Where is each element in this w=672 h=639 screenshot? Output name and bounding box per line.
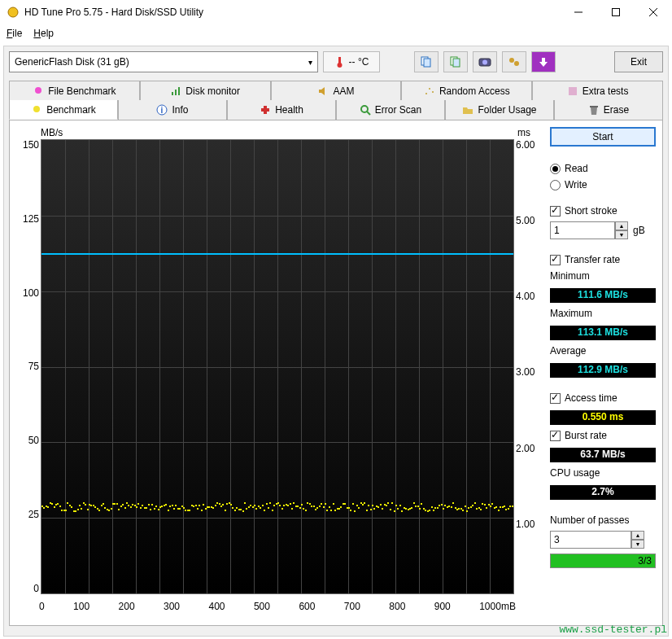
tick: 125 <box>16 213 39 225</box>
svg-point-12 <box>482 60 487 65</box>
write-radio[interactable]: Write <box>550 179 656 190</box>
burst-rate-value: 63.7 MB/s <box>550 448 656 462</box>
tick: 150 <box>16 139 39 151</box>
tab-info[interactable]: iInfo <box>118 100 227 120</box>
short-stroke-input[interactable] <box>550 221 615 239</box>
average-label: Average <box>550 345 656 357</box>
tick: 100 <box>16 287 39 299</box>
check-icon <box>550 255 561 265</box>
scatter-icon <box>424 85 435 97</box>
spin-down-button[interactable]: ▼ <box>615 230 628 239</box>
tick: 50 <box>16 435 39 446</box>
read-radio[interactable]: Read <box>550 163 656 174</box>
tab-file-benchmark[interactable]: File Benchmark <box>9 81 140 100</box>
transfer-rate-checkbox[interactable]: Transfer rate <box>550 254 656 265</box>
search-icon <box>360 104 371 116</box>
tab-label: Random Access <box>439 85 510 97</box>
toolbar: GenericFlash Disk (31 gB) ▾ -- °C Exit <box>9 51 663 72</box>
device-select[interactable]: GenericFlash Disk (31 gB) ▾ <box>9 51 318 72</box>
spin-up-button[interactable]: ▲ <box>631 531 644 540</box>
window-title: HD Tune Pro 5.75 - Hard Disk/SSD Utility <box>24 7 203 18</box>
tick: 800 <box>389 601 405 612</box>
y-axis-left-ticks: 150 125 100 75 50 25 0 <box>16 139 39 594</box>
access-time-checkbox[interactable]: Access time <box>550 392 656 404</box>
minimize-tray-button[interactable] <box>531 51 556 72</box>
spin-up-button[interactable]: ▲ <box>615 221 628 230</box>
svg-rect-2 <box>613 9 620 16</box>
tab-folder-usage[interactable]: Folder Usage <box>445 100 554 120</box>
start-button[interactable]: Start <box>550 127 656 147</box>
temperature-box: -- °C <box>323 51 380 72</box>
bulb-icon <box>33 85 44 97</box>
minimum-label: Minimum <box>550 270 656 282</box>
svg-rect-16 <box>172 92 173 95</box>
y-axis-left-label: MB/s <box>41 127 63 138</box>
menu-help[interactable]: Help <box>33 28 54 39</box>
svg-rect-5 <box>338 57 341 63</box>
svg-point-19 <box>425 93 427 94</box>
menu-file[interactable]: File <box>7 28 22 39</box>
tick: 0 <box>39 601 45 612</box>
svg-point-15 <box>35 87 41 94</box>
save-screenshot-button[interactable] <box>473 51 497 72</box>
copy-info-button[interactable] <box>414 51 439 72</box>
options-button[interactable] <box>502 51 526 72</box>
svg-rect-18 <box>178 87 180 95</box>
tick: 5.00 <box>516 215 540 226</box>
tab-label: Folder Usage <box>478 104 536 116</box>
tab-extra-tests[interactable]: Extra tests <box>532 81 663 100</box>
transfer-rate-label: Transfer rate <box>565 254 620 265</box>
tab-disk-monitor[interactable]: Disk monitor <box>140 81 271 100</box>
title-bar: HD Tune Pro 5.75 - Hard Disk/SSD Utility <box>0 0 672 24</box>
tab-erase[interactable]: Erase <box>554 100 663 120</box>
passes-input[interactable] <box>550 531 631 549</box>
health-icon <box>260 104 271 116</box>
close-button[interactable] <box>635 0 672 24</box>
radio-icon <box>550 164 561 174</box>
tab-benchmark[interactable]: Benchmark <box>9 100 118 120</box>
info-icon: i <box>156 104 168 116</box>
svg-text:i: i <box>161 106 164 115</box>
tick: 4.00 <box>516 291 540 302</box>
svg-rect-17 <box>175 90 177 95</box>
tick: 25 <box>16 509 39 520</box>
main-panel: GenericFlash Disk (31 gB) ▾ -- °C Exit F… <box>3 46 669 637</box>
exit-button[interactable]: Exit <box>614 51 663 72</box>
short-stroke-checkbox[interactable]: Short stroke <box>550 205 656 217</box>
tab-aam[interactable]: AAM <box>271 81 402 100</box>
svg-point-23 <box>33 106 40 112</box>
maximum-label: Maximum <box>550 308 656 319</box>
burst-rate-checkbox[interactable]: Burst rate <box>550 430 656 441</box>
passes-spinner: ▲▼ <box>550 531 656 549</box>
svg-point-0 <box>8 7 18 17</box>
app-icon <box>7 6 20 19</box>
minimize-button[interactable] <box>560 0 597 24</box>
tab-label: AAM <box>333 85 354 97</box>
tests-icon <box>567 85 578 97</box>
chart-icon <box>170 85 181 97</box>
tick: 200 <box>119 601 135 612</box>
chevron-down-icon: ▾ <box>308 58 312 67</box>
cpu-usage-value: 2.7% <box>550 485 656 500</box>
access-time-scatter <box>41 496 513 512</box>
tab-error-scan[interactable]: Error Scan <box>336 100 445 120</box>
tick: 1.00 <box>516 519 540 530</box>
copy-screenshot-button[interactable] <box>443 51 468 72</box>
spin-down-button[interactable]: ▼ <box>631 540 644 549</box>
maximize-button[interactable] <box>597 0 635 24</box>
svg-rect-10 <box>453 59 460 67</box>
plot-area <box>41 139 514 594</box>
read-label: Read <box>565 163 588 174</box>
tab-row-primary: Benchmark iInfo Health Error Scan Folder… <box>9 100 663 120</box>
menu-bar: File Help <box>0 24 672 42</box>
temperature-value: -- °C <box>349 56 369 68</box>
burst-rate-label: Burst rate <box>565 430 607 441</box>
svg-point-20 <box>429 88 430 90</box>
write-label: Write <box>565 179 587 190</box>
svg-rect-22 <box>569 87 577 95</box>
short-stroke-label: Short stroke <box>565 205 617 217</box>
tab-random-access[interactable]: Random Access <box>401 81 532 100</box>
speaker-icon <box>317 85 329 97</box>
tab-health[interactable]: Health <box>227 100 336 120</box>
tab-label: Erase <box>604 104 629 116</box>
